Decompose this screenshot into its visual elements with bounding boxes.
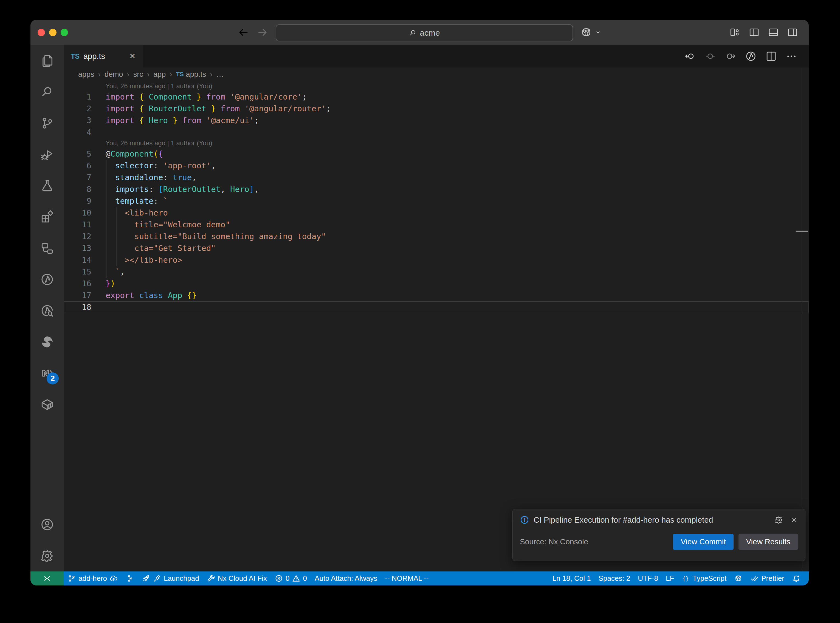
activity-gitlens-search-compare[interactable] <box>31 295 64 326</box>
activity-project-explorer[interactable] <box>31 233 64 264</box>
indent-guide <box>116 207 117 266</box>
command-center-text: acme <box>420 28 440 38</box>
activity-run-debug[interactable] <box>31 139 64 170</box>
status-indentation[interactable]: Spaces: 2 <box>595 571 634 585</box>
more-actions-button[interactable] <box>786 51 797 62</box>
code-text <box>91 126 106 138</box>
typescript-file-icon: TS <box>71 52 80 60</box>
breadcrumb-item-app-ts[interactable]: TSapp.ts <box>176 70 206 79</box>
git-blame-annotation[interactable]: You, 26 minutes ago | 1 author (You) <box>64 138 809 148</box>
command-center[interactable]: acme <box>276 25 573 41</box>
info-icon <box>520 515 529 525</box>
code-line-4: 4 <box>64 126 809 138</box>
status-language-mode[interactable]: {}TypeScript <box>678 571 730 585</box>
code-line-7: 7 standalone: true, <box>64 172 809 183</box>
activity-explorer[interactable] <box>31 45 64 76</box>
customize-layout-button[interactable] <box>729 27 741 38</box>
history-nav <box>237 26 269 39</box>
code-text: imports: [RouterOutlet, Hero], <box>91 183 259 195</box>
code-text: subtitle="Build something amazing today" <box>91 231 326 242</box>
code-editor[interactable]: You, 26 minutes ago | 1 author (You)1imp… <box>64 81 809 313</box>
status-vim-mode[interactable]: -- NORMAL -- <box>381 571 432 585</box>
notification-title: CI Pipeline Execution for #add-hero has … <box>534 516 770 525</box>
notification-settings-icon[interactable] <box>774 516 783 524</box>
status-copilot-status[interactable] <box>730 571 746 585</box>
status-nx-cloud-ai-fix[interactable]: Nx Cloud AI Fix <box>203 571 271 585</box>
status-notifications-bell[interactable] <box>788 571 804 585</box>
code-line-9: 9 template: ` <box>64 195 809 207</box>
git-branch-icon <box>68 574 76 583</box>
titlebar: acme <box>31 20 809 45</box>
code-line-12: 12 subtitle="Build something amazing tod… <box>64 231 809 242</box>
copilot-menu[interactable] <box>580 26 602 38</box>
status-problems-label: 0 <box>303 574 307 583</box>
view-results-button[interactable]: View Results <box>739 534 798 550</box>
line-number: 16 <box>64 278 91 290</box>
go-next-change-button[interactable] <box>725 51 736 62</box>
go-previous-change-button[interactable] <box>684 51 696 62</box>
code-line-6: 6 selector: 'app-root', <box>64 160 809 172</box>
status-auto-attach[interactable]: Auto Attach: Always <box>311 571 381 585</box>
activity-accounts[interactable] <box>31 509 64 540</box>
workbench: 2 TS app.ts ✕ apps›demo›src›app›TSapp.ts… <box>31 45 809 571</box>
activity-containers[interactable] <box>31 389 64 420</box>
toggle-panel-button[interactable] <box>768 27 779 38</box>
split-editor-button[interactable] <box>765 51 777 62</box>
line-number: 3 <box>64 115 91 126</box>
zoom-window-button[interactable] <box>61 29 68 36</box>
line-number: 11 <box>64 219 91 231</box>
code-text <box>91 301 106 313</box>
activity-settings[interactable] <box>31 540 64 571</box>
status-eol[interactable]: LF <box>662 571 678 585</box>
status-problems[interactable]: 00 <box>271 571 311 585</box>
activity-search[interactable] <box>31 76 64 107</box>
toggle-secondary-sidebar-button[interactable] <box>787 27 798 38</box>
forward-button[interactable] <box>256 26 269 39</box>
code-text: `, <box>91 266 125 278</box>
view-commit-button[interactable]: View Commit <box>673 534 733 550</box>
close-tab-icon[interactable]: ✕ <box>129 52 135 61</box>
cloud-upload-icon <box>109 574 118 583</box>
status-encoding[interactable]: UTF-8 <box>634 571 662 585</box>
remote-indicator[interactable] <box>31 571 64 585</box>
breadcrumb-item-demo[interactable]: demo <box>104 70 123 79</box>
back-button[interactable] <box>237 26 250 39</box>
commit-graph-button[interactable] <box>745 51 757 62</box>
warning-triangle-icon <box>292 574 300 583</box>
breadcrumb-item--[interactable]: … <box>217 70 224 79</box>
braces-icon: {} <box>682 574 690 583</box>
activity-swirl-extension[interactable] <box>31 326 64 358</box>
code-line-13: 13 cta="Get Started" <box>64 242 809 254</box>
breadcrumb-separator: › <box>98 70 101 79</box>
close-window-button[interactable] <box>38 29 45 36</box>
line-number: 4 <box>64 126 91 138</box>
breadcrumb-separator: › <box>127 70 129 79</box>
line-number: 1 <box>64 91 91 103</box>
activity-nx-console[interactable]: 2 <box>31 358 64 389</box>
activity-testing[interactable] <box>31 170 64 201</box>
status-commit-graph[interactable] <box>122 571 138 585</box>
indent-guide <box>106 160 107 278</box>
plug-icon <box>153 574 161 583</box>
status-git-branch[interactable]: add-hero <box>64 571 122 585</box>
wrench-icon <box>207 574 215 583</box>
activity-nx-console-badge: 2 <box>47 372 59 384</box>
breadcrumb-item-src[interactable]: src <box>133 70 143 79</box>
toggle-primary-sidebar-button[interactable] <box>748 27 760 38</box>
status-formatter-prettier[interactable]: Prettier <box>746 571 788 585</box>
tab-app-ts[interactable]: TS app.ts ✕ <box>64 45 143 68</box>
activity-extensions[interactable] <box>31 201 64 233</box>
activity-source-control[interactable] <box>31 107 64 139</box>
activity-gitlens-inspect[interactable] <box>31 264 64 295</box>
git-blame-annotation[interactable]: You, 26 minutes ago | 1 author (You) <box>64 81 809 91</box>
breadcrumb-separator: › <box>147 70 149 79</box>
typescript-file-icon: TS <box>176 71 184 78</box>
status-launchpad[interactable]: Launchpad <box>138 571 203 585</box>
notification-close-icon[interactable] <box>790 516 798 524</box>
changes-button[interactable] <box>705 51 716 62</box>
status-cursor-position[interactable]: Ln 18, Col 1 <box>548 571 594 585</box>
overview-ruler <box>802 68 802 571</box>
minimize-window-button[interactable] <box>49 29 57 36</box>
breadcrumb-item-app[interactable]: app <box>154 70 166 79</box>
breadcrumb-item-apps[interactable]: apps <box>78 70 94 79</box>
